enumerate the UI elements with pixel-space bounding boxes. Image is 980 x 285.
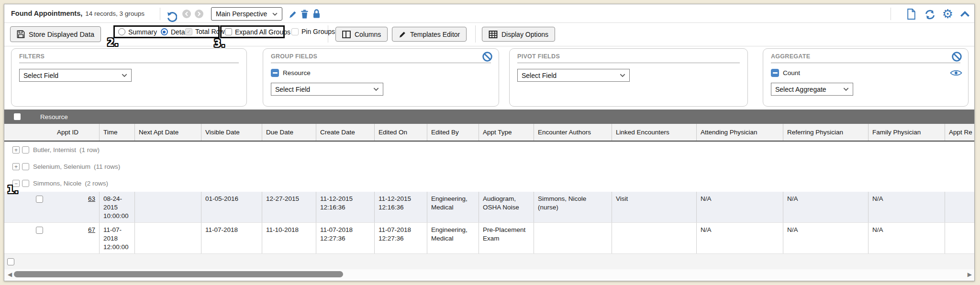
pin-groups-checkbox[interactable] xyxy=(291,28,299,35)
table-row: 6711-07-2018 12:00:0011-07-201811-10-201… xyxy=(4,223,975,254)
perspective-select[interactable]: Main Perspective xyxy=(211,7,282,21)
appointments-grid: Resource Appt IDTimeNext Apt DateVisible… xyxy=(4,110,975,270)
column-header-edited_by[interactable]: Edited By xyxy=(427,124,479,141)
divider xyxy=(19,63,239,63)
chevron-down-icon xyxy=(373,88,379,91)
edit-perspective-icon[interactable] xyxy=(288,9,298,19)
footer-checkbox[interactable] xyxy=(7,258,14,265)
cell-family_physician: N/A xyxy=(869,192,945,222)
scroll-left-arrow-icon[interactable]: ◀ xyxy=(8,271,12,278)
column-header-create_date[interactable]: Create Date xyxy=(316,124,375,141)
collapse-group-icon[interactable]: − xyxy=(12,180,20,187)
cell-due_date: 12-27-2015 xyxy=(262,192,316,222)
columns-icon xyxy=(342,31,351,38)
collapse-panel-icon[interactable] xyxy=(959,10,970,18)
cell-encounter_authors xyxy=(534,223,612,253)
appt-id-link[interactable]: 67 xyxy=(88,226,95,233)
toggle-visibility-eye-icon[interactable] xyxy=(950,69,962,77)
remove-group-field-icon[interactable] xyxy=(271,69,279,77)
aggregate-chip-label: Count xyxy=(783,69,800,77)
divider xyxy=(517,63,740,63)
group-checkbox[interactable] xyxy=(22,163,29,170)
annotation-box-expand-all: Expand All Groups xyxy=(220,25,285,38)
delete-perspective-icon[interactable] xyxy=(300,9,310,19)
next-perspective-icon[interactable] xyxy=(195,10,203,18)
templates-editor-label: Templates Editor xyxy=(410,31,460,38)
column-header-encounter_authors[interactable]: Encounter Authors xyxy=(534,124,612,141)
cell-appt_type: Audiogram, OSHA Noise xyxy=(479,192,534,222)
templates-editor-button[interactable]: Templates Editor xyxy=(392,27,467,42)
divider xyxy=(328,25,328,43)
chevron-right-icon xyxy=(197,11,201,16)
row-checkbox[interactable] xyxy=(36,227,43,234)
cell-referring_physician: N/A xyxy=(783,223,869,253)
pivot-fields-select[interactable]: Select Field xyxy=(517,69,630,82)
column-header-edited_on[interactable]: Edited On xyxy=(375,124,427,141)
group-checkbox[interactable] xyxy=(22,180,29,187)
filters-field-select-value: Select Field xyxy=(23,72,58,79)
column-header-family_physician[interactable]: Family Physician xyxy=(869,124,945,141)
lock-icon xyxy=(312,9,321,19)
detail-radio[interactable] xyxy=(161,28,168,35)
aggregate-select[interactable]: Select Aggregate xyxy=(771,83,853,96)
remove-aggregate-icon[interactable] xyxy=(771,69,779,77)
column-header-referring_physician[interactable]: Referring Physician xyxy=(783,124,869,141)
pin-groups-label: Pin Groups xyxy=(301,28,335,35)
expand-all-groups-checkbox[interactable] xyxy=(225,28,232,35)
display-options-label: Display Options xyxy=(501,31,548,38)
column-header-time[interactable]: Time xyxy=(100,124,135,141)
pivot-fields-panel-title: PIVOT FIELDS xyxy=(517,53,740,60)
record-count-text: 14 records, 3 groups xyxy=(85,10,145,17)
aggregate-chip-count: Count xyxy=(771,69,960,77)
gear-icon-glyph: ⚙ xyxy=(942,8,953,20)
prev-perspective-icon[interactable] xyxy=(182,10,191,18)
title-bar: Found Appointments, 14 records, 3 groups xyxy=(4,4,974,23)
column-header-next_apt_date[interactable]: Next Apt Date xyxy=(135,124,201,141)
undo-icon[interactable] xyxy=(166,11,178,22)
refresh-icon[interactable] xyxy=(924,9,936,20)
cell-appt_reason xyxy=(945,223,975,253)
undo-icon-glyph xyxy=(167,11,177,22)
lock-perspective-icon[interactable] xyxy=(311,8,322,19)
filters-panel: FILTERS Select Field xyxy=(11,48,247,107)
expand-group-icon[interactable]: + xyxy=(12,146,20,153)
columns-button[interactable]: Columns xyxy=(335,27,388,42)
cell-linked_encounters: Visit xyxy=(612,192,697,222)
column-header-linked_encounters[interactable]: Linked Encounters xyxy=(612,124,697,141)
column-header-appt_reason[interactable]: Appt Re xyxy=(945,124,975,141)
page-title-text: Found Appointments, xyxy=(11,10,82,17)
clear-group-fields-icon[interactable] xyxy=(482,51,493,62)
pivot-fields-panel: PIVOT FIELDS Select Field xyxy=(509,48,748,107)
group-row: −Simmons, Nicole(2 rows) xyxy=(4,175,975,192)
group-fields-select[interactable]: Select Field xyxy=(271,83,383,96)
filters-panel-title: FILTERS xyxy=(19,53,239,60)
filters-field-select[interactable]: Select Field xyxy=(19,69,132,82)
divider xyxy=(891,8,891,20)
column-header-visible_date[interactable]: Visible Date xyxy=(201,124,262,141)
pivot-fields-select-value: Select Field xyxy=(522,72,557,79)
column-header-appt_id[interactable]: Appt ID xyxy=(4,124,100,141)
new-document-icon[interactable] xyxy=(906,8,916,20)
chevron-down-icon xyxy=(843,88,849,91)
store-displayed-data-button[interactable]: Store Displayed Data xyxy=(10,26,101,42)
row-checkbox[interactable] xyxy=(36,196,43,203)
scroll-right-arrow-icon[interactable]: ▶ xyxy=(968,271,972,278)
cell-time: 08-24-2015 10:00:00 xyxy=(100,192,135,222)
column-header-due_date[interactable]: Due Date xyxy=(262,124,316,141)
summary-radio[interactable] xyxy=(118,28,125,35)
cell-appt_id: 67 xyxy=(4,223,100,253)
horizontal-scrollbar[interactable]: ◀ ▶ xyxy=(4,269,975,280)
gear-icon[interactable]: ⚙ xyxy=(941,7,954,21)
clear-aggregates-icon[interactable] xyxy=(951,51,962,62)
display-options-button[interactable]: Display Options xyxy=(482,27,555,42)
group-checkbox[interactable] xyxy=(22,146,29,153)
expand-group-icon[interactable]: + xyxy=(12,163,20,170)
appt-id-link[interactable]: 63 xyxy=(88,195,95,202)
column-header-attending_physician[interactable]: Attending Physician xyxy=(697,124,783,141)
scrollbar-thumb[interactable] xyxy=(14,271,343,277)
cell-time: 11-07-2018 12:00:00 xyxy=(100,223,135,253)
total-row-checkbox[interactable]: ✓ xyxy=(185,28,192,35)
select-all-checkbox[interactable] xyxy=(14,113,21,120)
chevron-left-icon xyxy=(185,11,189,16)
column-header-appt_type[interactable]: Appt Type xyxy=(479,124,534,141)
